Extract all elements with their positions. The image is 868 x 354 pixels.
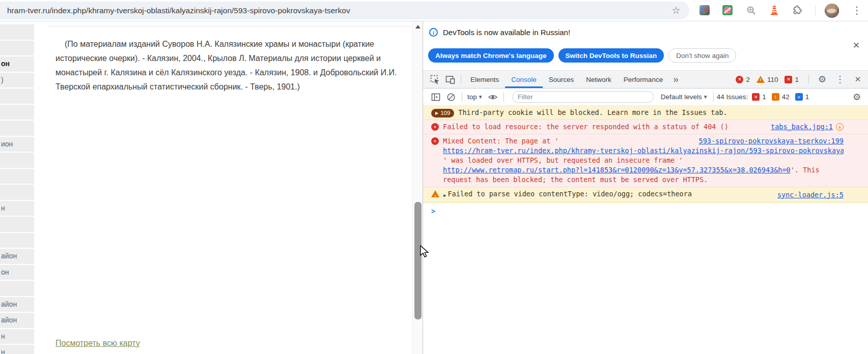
ctoolbar-divider-2 (503, 93, 504, 102)
device-toolbar-icon[interactable] (445, 74, 455, 84)
page-scrollbar[interactable] (412, 21, 423, 354)
context-caret-icon[interactable]: ▼ (478, 94, 483, 100)
devtools-tab-strip: ElementsConsoleSourcesNetworkPerformance (464, 71, 669, 88)
error-count-icon[interactable]: ✕ (736, 76, 743, 83)
message-lines: ▶Failed to parse video contentType: vide… (443, 189, 844, 200)
sidebar-item[interactable]: айон (0, 249, 34, 264)
inspect-element-icon[interactable] (430, 74, 440, 84)
warning-count-icon[interactable]: ! (757, 76, 765, 83)
devtools-language-banner: i DevTools is now available in Russian! … (423, 21, 868, 71)
url-text[interactable]: hram-tver.ru/index.php/khramy-tverskoj-o… (7, 6, 350, 15)
devtools-close-icon[interactable]: ✕ (853, 74, 863, 84)
browser-menu-icon[interactable]: ⋮ (851, 5, 862, 16)
issues-count[interactable]: 1 (795, 76, 799, 83)
live-expression-eye-icon[interactable] (488, 92, 498, 102)
tab-performance[interactable]: Performance (618, 71, 669, 88)
source-location-link[interactable]: sync-loader.js:5 (777, 190, 844, 200)
sidebar-item[interactable]: н (0, 329, 34, 344)
sidebar-item[interactable] (0, 281, 34, 296)
view-full-map-link[interactable]: Посмотреть всю карту (55, 339, 140, 348)
source-location-link[interactable]: tabs_back.jpg:1 (771, 122, 833, 132)
extension-icon-2[interactable] (722, 5, 733, 15)
issues-summary[interactable]: 44 Issues: ✕ 1 ! 42 ≡ 1 (717, 93, 813, 101)
error-count[interactable]: 2 (746, 76, 750, 83)
sidebar-item[interactable]: ион (0, 137, 34, 152)
source-location: sync-loader.js:5 (767, 189, 844, 200)
sidebar-item[interactable] (0, 24, 34, 40)
scrollbar-up-arrow-icon[interactable] (415, 25, 421, 28)
message-line: request has been blocked; the content mu… (443, 175, 844, 185)
always-match-language-button[interactable]: Always match Chrome's language (428, 48, 554, 63)
issues-count-icon[interactable]: ✕ (785, 76, 792, 83)
error-icon: ✕ (431, 123, 439, 131)
issue-info-icon: ≡ (795, 93, 803, 101)
console-sidebar-icon[interactable] (431, 92, 441, 102)
extensions-puzzle-icon[interactable] (792, 5, 803, 16)
more-tabs-icon[interactable]: » (673, 74, 679, 85)
expand-caret-icon[interactable]: ▶ (443, 191, 446, 200)
sidebar-item[interactable] (0, 88, 34, 104)
sidebar-item[interactable] (0, 105, 34, 120)
info-icon: i (429, 28, 438, 37)
sidebar-item[interactable]: н (0, 201, 34, 216)
issues-label[interactable]: 44 Issues: (717, 93, 748, 101)
sidebar-item[interactable] (0, 153, 34, 168)
log-levels-selector[interactable]: Default levels (661, 93, 702, 101)
console-message[interactable]: ✕Mixed Content: The page at '593-spirovo… (423, 134, 868, 187)
hidden-messages-badge[interactable]: ▶109 (431, 109, 454, 117)
message-line: Third-party cookie will be blocked. Lear… (458, 108, 844, 117)
console-message[interactable]: ▶109Third-party cookie will be blocked. … (423, 106, 868, 120)
sidebar-item[interactable]: он (0, 265, 34, 280)
sidebar-item[interactable]: ) (0, 73, 34, 88)
console-message[interactable]: !▶Failed to parse video contentType: vid… (423, 187, 868, 203)
lighthouse-extension-icon[interactable] (769, 5, 780, 16)
extension-icon-1[interactable] (699, 5, 710, 15)
sidebar-item[interactable]: н (0, 345, 34, 354)
message-lines: Third-party cookie will be blocked. Lear… (458, 108, 844, 117)
article-paragraph: (По материалам изданий Суворов Н.А. Каля… (55, 37, 400, 94)
sidebar-item[interactable] (0, 169, 34, 184)
sidebar-item[interactable]: он (0, 56, 34, 72)
console-link[interactable]: https://hram-tver.ru/index.php/khramy-tv… (443, 146, 844, 156)
message-line: Mixed Content: The page at '593-spirovo-… (443, 136, 844, 146)
initiator-icon[interactable]: ⇅ (836, 123, 844, 131)
sidebar-item[interactable] (0, 233, 34, 248)
source-location-link[interactable]: 593-spirovo-pokrovskaya-tserkov:199 (699, 136, 844, 146)
hidden-messages-count: 109 (440, 108, 450, 118)
omnibox[interactable]: hram-tver.ru/index.php/khramy-tverskoj-o… (0, 2, 689, 19)
message-text: Failed to parse video contentType: video… (447, 189, 692, 200)
warning-count[interactable]: 110 (767, 76, 778, 83)
devtools-menu-icon[interactable]: ⋮ (835, 74, 845, 84)
dont-show-again-button[interactable]: Don't show again (668, 48, 736, 63)
devtools-settings-gear-icon[interactable]: ⚙ (817, 74, 827, 84)
message-line: Failed to load resource: the server resp… (443, 122, 844, 132)
devtools-panel: i DevTools is now available in Russian! … (423, 21, 868, 354)
banner-close-icon[interactable]: ✕ (853, 40, 860, 51)
context-selector[interactable]: top (467, 93, 477, 101)
magnifier-extension-icon[interactable] (745, 5, 757, 16)
sidebar-item[interactable]: айон (0, 297, 34, 312)
clear-console-icon[interactable] (446, 92, 456, 102)
console-settings-gear-icon[interactable]: ⚙ (852, 92, 862, 102)
tab-elements[interactable]: Elements (464, 71, 505, 88)
console-prompt[interactable]: > (423, 203, 868, 220)
sidebar-item[interactable] (0, 121, 34, 136)
profile-avatar[interactable] (825, 4, 839, 18)
console-message[interactable]: ✕Failed to load resource: the server res… (423, 120, 868, 134)
sidebar-item[interactable]: айон (0, 313, 34, 328)
console-toolbar: top ▼ Default levels ▼ 44 Issues: ✕ 1 ! … (423, 88, 868, 106)
sidebar-item[interactable] (0, 41, 34, 56)
scrollbar-thumb[interactable] (414, 202, 422, 319)
tab-sources[interactable]: Sources (543, 71, 580, 88)
tab-console[interactable]: Console (505, 71, 543, 88)
bookmark-star-icon[interactable]: ☆ (670, 5, 682, 16)
message-text: Failed to load resource: the server resp… (443, 122, 729, 132)
console-filter-input[interactable] (512, 91, 654, 103)
ctoolbar-divider-1 (462, 93, 462, 102)
levels-caret-icon[interactable]: ▼ (703, 94, 708, 100)
tab-network[interactable]: Network (580, 71, 618, 88)
console-link[interactable]: http://www.retromap.ru/start.php?l=14185… (443, 165, 791, 175)
switch-devtools-russian-button[interactable]: Switch DevTools to Russian (558, 48, 664, 63)
sidebar-item[interactable] (0, 217, 34, 232)
sidebar-item[interactable] (0, 185, 34, 200)
